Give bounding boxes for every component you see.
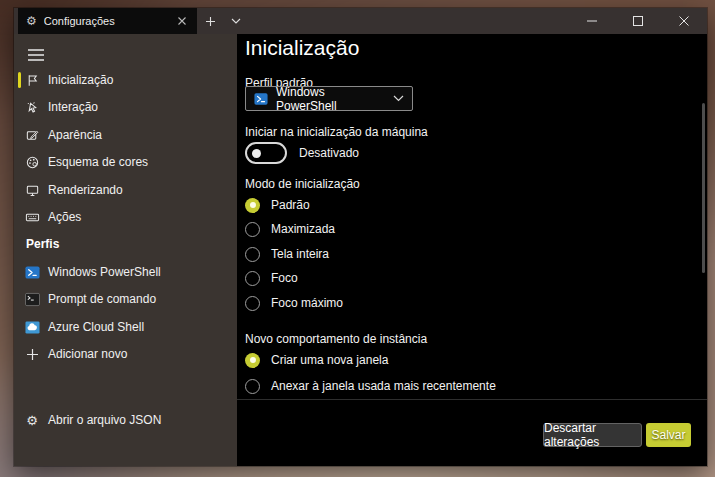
titlebar: ⚙ Configurações [14,8,707,34]
sidebar-item-prompt-de-comando[interactable]: Prompt de comando [14,286,237,312]
radio-option-anexar-janela[interactable]: Anexar à janela usada mais recentemente [245,376,496,396]
sidebar-item-label: Renderizando [48,183,123,197]
tab-close-icon[interactable] [175,14,189,28]
minimize-button[interactable] [569,8,615,34]
discard-changes-button[interactable]: Descartar alterações [543,423,642,447]
sidebar-item-abrir-arquivo-json[interactable]: ⚙ Abrir o arquivo JSON [14,407,237,433]
sidebar-item-renderizando[interactable]: Renderizando [14,177,237,203]
page-title: Inicialização [245,36,359,60]
sidebar-item-esquema-de-cores[interactable]: Esquema de cores [14,149,237,175]
desktop: ⚙ Configurações [0,0,715,477]
default-profile-dropdown[interactable]: Windows PowerShell [245,86,413,111]
startup-toggle-label: Iniciar na inicialização da máquina [245,125,428,139]
close-button[interactable] [661,8,707,34]
plus-icon [24,346,40,362]
radio-option-criar-nova-janela[interactable]: Criar uma nova janela [245,350,388,370]
sidebar-item-interacao[interactable]: Interação [14,94,237,120]
keyboard-icon [24,209,40,225]
gear-icon: ⚙ [26,15,37,27]
sidebar-item-label: Abrir o arquivo JSON [48,413,161,427]
radio-button [245,271,260,286]
sidebar-item-label: Aparência [48,128,102,142]
settings-content: Inicialização Perfil padrão Windows Powe… [237,34,707,466]
hamburger-menu-button[interactable] [25,44,47,66]
footer-divider [237,399,707,400]
sidebar-item-label: Esquema de cores [48,155,148,169]
launch-mode-label: Modo de inicialização [245,177,360,191]
windows-terminal-settings-window: ⚙ Configurações [14,8,707,466]
radio-button [245,222,260,237]
flag-icon [24,72,40,88]
maximize-button[interactable] [615,8,661,34]
new-tab-button[interactable] [197,8,223,34]
settings-sidebar: Inicialização Interação Aparência [14,34,237,466]
sidebar-item-label: Adicionar novo [48,347,127,361]
sidebar-item-aparencia[interactable]: Aparência [14,122,237,148]
instance-behavior-label: Novo comportamento de instância [245,332,427,346]
sidebar-item-label: Interação [48,100,98,114]
radio-option-foco-maximo[interactable]: Foco máximo [245,293,343,313]
sidebar-item-label: Prompt de comando [48,292,156,306]
radio-option-padrao[interactable]: Padrão [245,195,310,215]
radio-button-selected [245,353,260,368]
palette-icon [24,154,40,170]
sidebar-item-label: Windows PowerShell [48,265,161,279]
scrollbar-thumb[interactable] [702,103,705,273]
radio-button-selected [245,198,260,213]
default-profile-value: Windows PowerShell [276,85,385,113]
radio-button [245,296,260,311]
sidebar-item-azure-cloud-shell[interactable]: Azure Cloud Shell [14,314,237,340]
sidebar-item-label: Ações [48,210,81,224]
pencil-icon [24,127,40,143]
startup-toggle-row: Desativado [245,143,359,163]
sidebar-item-label: Azure Cloud Shell [48,320,144,334]
profiles-section-header: Perfis [14,231,237,257]
chevron-down-icon [393,95,404,102]
radio-option-foco[interactable]: Foco [245,268,298,288]
window-controls [569,8,707,34]
save-button[interactable]: Salvar [646,423,691,447]
tab-dropdown-button[interactable] [223,8,249,34]
azure-cloud-icon [24,319,40,335]
powershell-icon [254,92,268,106]
tab-configuracoes[interactable]: ⚙ Configurações [18,8,197,34]
toggle-off[interactable] [245,142,287,164]
tab-title: Configurações [44,15,115,27]
window-body: Inicialização Interação Aparência [14,34,707,466]
sidebar-item-adicionar-novo[interactable]: Adicionar novo [14,341,237,367]
sidebar-item-windows-powershell[interactable]: Windows PowerShell [14,259,237,285]
radio-button [245,247,260,262]
radio-option-tela-inteira[interactable]: Tela inteira [245,244,329,264]
radio-button [245,379,260,394]
gear-icon: ⚙ [24,412,40,428]
powershell-icon [24,264,40,280]
radio-option-maximizada[interactable]: Maximizada [245,219,335,239]
sidebar-item-acoes[interactable]: Ações [14,204,237,230]
toggle-state-text: Desativado [299,146,359,160]
selection-indicator [18,72,21,88]
sidebar-item-inicializacao[interactable]: Inicialização [14,67,237,93]
cmd-icon [24,291,40,307]
pointer-icon [24,99,40,115]
monitor-icon [24,182,40,198]
sidebar-item-label: Inicialização [48,73,113,87]
